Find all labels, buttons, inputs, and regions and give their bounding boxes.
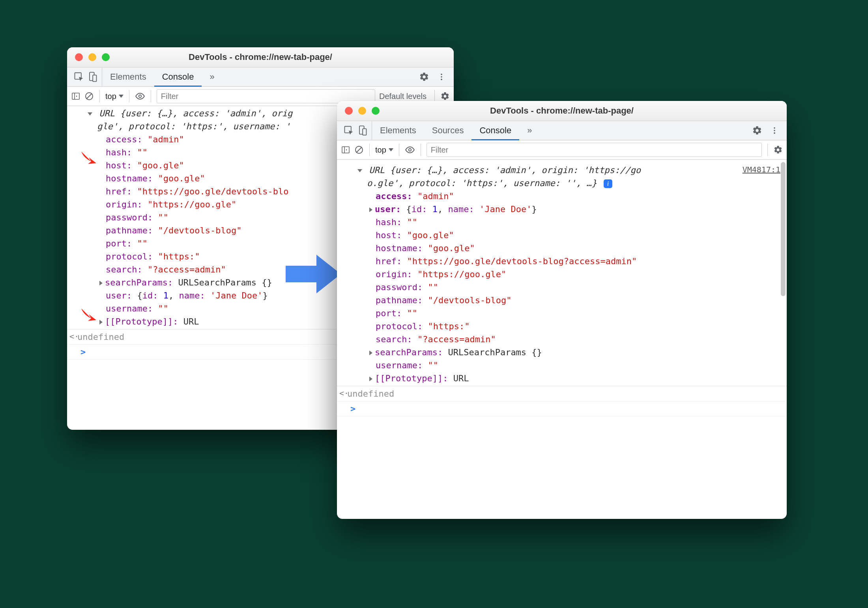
chevron-down-icon[interactable] — [88, 112, 92, 116]
eye-icon[interactable] — [405, 145, 415, 155]
gear-icon[interactable] — [419, 72, 429, 82]
zoom-icon[interactable] — [102, 53, 110, 61]
tab-console[interactable]: Console — [471, 121, 519, 140]
context-selector[interactable]: top — [375, 145, 393, 155]
undefined-result: undefined — [77, 332, 124, 342]
gear-icon[interactable] — [440, 91, 450, 101]
prop-row[interactable]: hostname: "goo.gle" — [347, 242, 780, 255]
prop-row[interactable]: protocol: "https:" — [347, 320, 780, 333]
chevron-right-icon[interactable] — [369, 351, 372, 355]
svg-point-15 — [774, 130, 775, 131]
source-link[interactable]: VM4817:1 — [743, 164, 780, 175]
chevron-down-icon[interactable] — [357, 169, 362, 172]
object-preview: URL {user: {…}, access: 'admin', origin:… — [369, 165, 641, 175]
context-label: top — [375, 145, 386, 155]
clear-icon[interactable] — [354, 145, 364, 155]
sidebar-toggle-icon[interactable] — [71, 91, 80, 101]
tab-elements[interactable]: Elements — [372, 121, 424, 140]
levels-selector[interactable]: Default levels — [379, 92, 429, 101]
device-icon[interactable] — [87, 71, 98, 82]
close-icon[interactable] — [345, 107, 353, 115]
inspect-icon[interactable] — [73, 71, 84, 82]
prompt-icon: > — [347, 404, 355, 414]
chevron-right-icon[interactable] — [99, 281, 103, 285]
close-icon[interactable] — [75, 53, 83, 61]
svg-point-5 — [441, 79, 442, 80]
inspect-icon[interactable] — [343, 125, 354, 136]
svg-rect-6 — [72, 93, 79, 99]
prop-row[interactable]: host: "goo.gle" — [347, 229, 780, 242]
prop-row[interactable]: user: {id: 1, name: 'Jane Doe'} — [341, 203, 780, 216]
prop-row[interactable]: password: "" — [347, 281, 780, 294]
undefined-result: undefined — [347, 389, 394, 399]
tab-console[interactable]: Console — [154, 68, 202, 87]
sidebar-toggle-icon[interactable] — [341, 145, 350, 155]
device-icon[interactable] — [357, 125, 368, 136]
eye-icon[interactable] — [135, 91, 145, 101]
clear-icon[interactable] — [84, 91, 94, 101]
info-icon[interactable]: i — [604, 179, 612, 188]
prop-row[interactable]: port: "" — [347, 307, 780, 320]
console-toolbar: top Filter — [337, 140, 787, 160]
gear-icon[interactable] — [773, 145, 783, 155]
prop-row[interactable]: search: "?access=admin" — [347, 333, 780, 346]
svg-rect-2 — [93, 75, 96, 81]
chevron-right-icon[interactable] — [369, 207, 372, 212]
context-label: top — [105, 92, 116, 101]
svg-point-10 — [139, 95, 142, 98]
tab-sources[interactable]: Sources — [424, 121, 472, 140]
kebab-icon[interactable] — [770, 126, 779, 135]
svg-rect-17 — [342, 147, 349, 153]
svg-rect-13 — [363, 129, 366, 135]
prop-row[interactable]: pathname: "/devtools-blog" — [347, 294, 780, 307]
tab-elements[interactable]: Elements — [102, 68, 154, 87]
chevron-right-icon[interactable] — [369, 377, 372, 381]
chevron-right-icon[interactable] — [99, 320, 103, 325]
prop-row[interactable]: [[Prototype]]: URL — [341, 372, 780, 385]
console-prompt-row[interactable]: > — [337, 401, 787, 416]
tabs-overflow[interactable]: » — [202, 68, 222, 87]
window-title: DevTools - chrome://new-tab-page/ — [337, 106, 787, 116]
tabs-overflow[interactable]: » — [519, 121, 540, 140]
tab-strip: Elements Sources Console » — [337, 121, 787, 140]
chevron-down-icon — [389, 148, 393, 151]
svg-point-21 — [409, 149, 412, 151]
console-row[interactable]: VM4817:1 URL {user: {…}, access: 'admin'… — [337, 160, 787, 386]
prop-row[interactable]: origin: "https://goo.gle" — [347, 268, 780, 281]
prop-row[interactable]: href: "https://goo.gle/devtools-blog?acc… — [347, 255, 780, 268]
svg-point-16 — [774, 132, 775, 134]
prop-row[interactable]: searchParams: URLSearchParams {} — [341, 346, 780, 359]
prop-row[interactable]: access: "admin" — [347, 190, 780, 203]
window-title: DevTools - chrome://new-tab-page/ — [67, 52, 454, 62]
tab-strip: Elements Console » — [67, 67, 454, 87]
prompt-icon: > — [77, 347, 86, 357]
console-output: VM4817:1 URL {user: {…}, access: 'admin'… — [337, 160, 787, 519]
prop-row[interactable]: hash: "" — [347, 216, 780, 229]
object-preview2: gle', protocol: 'https:', username: ' — [97, 121, 290, 131]
context-selector[interactable]: top — [105, 92, 123, 101]
svg-point-14 — [774, 127, 775, 129]
minimize-icon[interactable] — [358, 107, 366, 115]
svg-line-20 — [356, 147, 362, 153]
return-icon: <· — [69, 330, 79, 342]
minimize-icon[interactable] — [88, 53, 96, 61]
prop-row[interactable]: username: "" — [347, 359, 780, 372]
kebab-icon[interactable] — [437, 73, 446, 81]
console-result-row: <· undefined — [337, 386, 787, 401]
return-icon: <· — [339, 387, 349, 399]
gear-icon[interactable] — [752, 125, 762, 136]
filter-placeholder: Filter — [161, 92, 178, 101]
filter-placeholder: Filter — [431, 145, 448, 155]
chevron-down-icon — [119, 95, 123, 98]
svg-point-4 — [441, 76, 442, 78]
object-preview: URL {user: {…}, access: 'admin', orig — [99, 108, 292, 118]
titlebar[interactable]: DevTools - chrome://new-tab-page/ — [337, 101, 787, 121]
levels-label: Default levels — [379, 92, 427, 101]
devtools-window-after: DevTools - chrome://new-tab-page/ Elemen… — [337, 101, 787, 519]
svg-point-3 — [441, 74, 442, 75]
svg-line-9 — [86, 93, 92, 99]
titlebar[interactable]: DevTools - chrome://new-tab-page/ — [67, 47, 454, 67]
zoom-icon[interactable] — [372, 107, 380, 115]
filter-input[interactable]: Filter — [427, 143, 762, 157]
object-preview2: o.gle', protocol: 'https:', username: ''… — [367, 178, 597, 188]
